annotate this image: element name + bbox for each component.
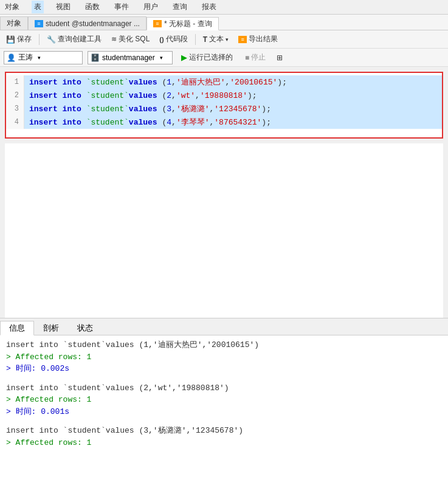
query-builder-label: 查询创建工具 [58,34,102,44]
toolbar-sep-1 [39,34,40,45]
menu-report[interactable]: 报表 [199,1,219,13]
query-builder-icon: 🔧 [47,35,56,44]
punc-3d: ); [261,105,271,114]
punc-4c: , [210,118,215,127]
punc-1c: , [226,78,230,87]
stop-button[interactable]: ■ 停止 [241,51,269,64]
line-num-2: 2 [6,89,24,102]
code-content-4: insert into `student`values (4,'李琴琴','87… [24,115,442,129]
num-2: 2 [167,91,171,100]
tab-student-icon: ≡ [35,20,43,27]
punc-4b: , [171,118,176,127]
result-affected-3: > Affected rows: 1 [6,437,442,449]
save-button[interactable]: 💾 保存 [4,33,34,46]
code-segment-label: 代码段 [166,34,188,44]
str-1b: '20010615' [230,78,277,87]
code-segment-button[interactable]: () 代码段 [157,33,190,46]
code-line-2: 2 insert into `student`values (2,'wt','1… [6,89,442,102]
result-block-3: insert into `student`values (3,'杨潞潞','12… [6,425,442,448]
tab-query[interactable]: ≡ * 无标题 - 查询 [146,17,219,30]
punc-1a: ( [162,78,167,87]
result-block-2: insert into `student`values (2,'wt','198… [6,382,442,418]
run-icon: ▶ [181,53,187,62]
query-builder-button[interactable]: 🔧 查询创建工具 [44,33,104,46]
code-editor[interactable]: 1 insert into `student`values (1,'迪丽大热巴'… [5,72,443,139]
line-num-3: 3 [6,102,24,115]
extra-icon: ⊞ [277,53,283,62]
beautify-icon: ≋ [111,35,117,43]
tbl-3: `student` [86,105,129,114]
tab-profiling-label: 剖析 [43,323,59,334]
tab-student-label: student @studentmanager ... [46,19,140,28]
punc-1d: ); [277,78,287,87]
tab-object[interactable]: 对象 [0,16,28,30]
code-line-3: 3 insert into `student`values (3,'杨潞潞','… [6,102,442,115]
menu-bar: 对象 表 视图 函数 事件 用户 查询 报表 [0,0,448,15]
export-label: 导出结果 [249,34,278,44]
tab-query-icon: ≡ [153,20,162,27]
user-icon: 👤 [7,53,16,62]
menu-function[interactable]: 函数 [83,1,102,13]
menu-view[interactable]: 视图 [53,1,73,13]
export-icon: ≡ [238,36,247,43]
save-icon: 💾 [6,35,15,44]
extra-button[interactable]: ⊞ [274,52,285,63]
result-affected-2: > Affected rows: 1 [6,394,442,406]
text-button[interactable]: T 文本 ▾ [201,33,231,46]
punc-1b: , [171,78,176,87]
punc-2c: , [195,91,200,100]
result-time-2: > 时间: 0.001s [6,406,442,418]
text-label: 文本 [209,34,224,44]
user-select[interactable]: 👤 王涛 ▾ [4,51,83,64]
kw-insert-3: insert into [29,105,86,114]
num-1: 1 [167,78,171,87]
punc-4a: ( [162,118,167,127]
punc-4d: ); [261,118,271,127]
database-label: studentmanager [102,53,155,62]
punc-2d: ); [247,91,257,100]
str-1a: '迪丽大热巴' [176,77,226,88]
tbl-4: `student` [86,118,129,127]
kw-values-2: values [129,91,162,100]
str-2a: 'wt' [176,91,195,100]
user-label: 王涛 [18,52,33,63]
tab-profiling[interactable]: 剖析 [34,320,68,335]
tab-object-label: 对象 [7,18,21,29]
database-chevron: ▾ [160,55,163,61]
code-line-4: 4 insert into `student`values (4,'李琴琴','… [6,115,442,129]
menu-object[interactable]: 对象 [2,1,22,13]
result-time-1: > 时间: 0.002s [6,363,442,375]
toolbar-sep-2 [195,34,196,45]
tab-student[interactable]: ≡ student @studentmanager ... [28,16,146,30]
run-button[interactable]: ▶ 运行已选择的 [177,51,236,64]
tab-info[interactable]: 信息 [0,321,34,335]
beautify-button[interactable]: ≋ 美化 SQL [109,33,152,46]
bottom-panel: 信息 剖析 状态 insert into `student`values (1,… [0,318,448,488]
tab-query-label: * 无标题 - 查询 [164,19,212,29]
toolbar: 💾 保存 🔧 查询创建工具 ≋ 美化 SQL () 代码段 T 文本 ▾ ≡ 导… [0,30,448,49]
tab-status-label: 状态 [77,323,93,334]
tbl-2: `student` [86,91,129,100]
menu-query[interactable]: 查询 [170,1,190,13]
code-content-2: insert into `student`values (2,'wt','198… [24,89,442,102]
export-button[interactable]: ≡ 导出结果 [236,33,280,46]
run-label: 运行已选择的 [189,52,233,63]
result-sql-2: insert into `student`values (2,'wt','198… [6,382,442,394]
kw-values-1: values [129,78,162,87]
text-icon: T [203,35,207,44]
str-3b: '12345678' [214,105,261,114]
menu-table[interactable]: 表 [32,1,44,13]
kw-values-3: values [129,105,162,114]
code-segment-icon: () [159,36,164,43]
code-content-1: insert into `student`values (1,'迪丽大热巴','… [24,75,442,89]
connection-bar: 👤 王涛 ▾ 🗄️ studentmanager ▾ ▶ 运行已选择的 ■ 停止… [0,49,448,67]
menu-user[interactable]: 用户 [141,1,160,13]
kw-values-4: values [129,118,162,127]
punc-2a: ( [162,91,167,100]
tab-status[interactable]: 状态 [68,320,102,335]
database-select[interactable]: 🗄️ studentmanager ▾ [88,51,173,64]
editor-blank[interactable] [5,143,443,318]
kw-insert-2: insert into [29,91,86,100]
result-affected-1: > Affected rows: 1 [6,351,442,363]
menu-event[interactable]: 事件 [112,1,131,13]
